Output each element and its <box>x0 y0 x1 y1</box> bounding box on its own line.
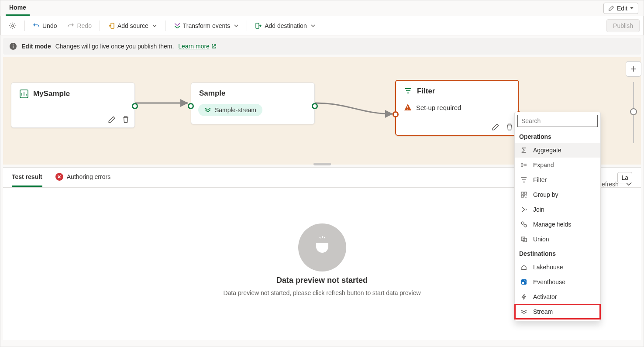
edit-node-button[interactable] <box>490 122 501 132</box>
infobar-title: Edit mode <box>21 43 51 50</box>
stream-icon <box>520 308 528 316</box>
transform-events-button[interactable]: Transform events <box>169 20 243 32</box>
refresh-button[interactable]: efresh <box>602 181 632 188</box>
preview-empty-text: Data preview not started, please click r… <box>223 289 420 296</box>
learn-more-link[interactable]: Learn more <box>178 43 217 50</box>
svg-point-19 <box>522 282 524 284</box>
add-source-label: Add source <box>117 22 148 29</box>
add-source-button[interactable]: Add source <box>103 20 162 32</box>
filter-icon <box>404 87 413 96</box>
add-destination-button[interactable]: Add destination <box>251 20 320 32</box>
menu-item-label: Activator <box>533 293 557 300</box>
expand-icon <box>520 161 528 169</box>
caret-down-icon <box>630 7 634 10</box>
menu-item-aggregate[interactable]: Aggregate <box>515 143 600 158</box>
zoom-slider-thumb[interactable] <box>630 108 637 115</box>
menu-item-label: Expand <box>533 161 554 168</box>
pencil-icon <box>608 5 614 11</box>
port-input[interactable] <box>188 103 194 109</box>
delete-node-button[interactable] <box>121 114 131 125</box>
external-link-icon <box>211 44 217 49</box>
separator <box>24 21 25 31</box>
svg-rect-7 <box>407 106 408 108</box>
svg-rect-12 <box>521 195 523 197</box>
undo-button[interactable]: Undo <box>28 20 61 32</box>
svg-rect-2 <box>256 23 259 28</box>
panel-resize-handle[interactable] <box>313 163 331 165</box>
node-filter[interactable]: Filter Set-up required <box>395 80 519 136</box>
edit-label: Edit <box>617 5 627 12</box>
node-source[interactable]: MySample <box>11 82 135 128</box>
refresh-label: efresh <box>602 181 619 188</box>
port-output[interactable] <box>132 103 138 109</box>
menu-item-label: Lakehouse <box>533 264 563 271</box>
menu-item-groupby[interactable]: Group by <box>515 187 600 202</box>
menu-item-join[interactable]: Join <box>515 202 600 217</box>
publish-button[interactable]: Publish <box>606 19 640 32</box>
plug-illustration <box>298 223 346 271</box>
port-input[interactable] <box>393 111 399 117</box>
chart-icon <box>19 89 29 99</box>
redo-label: Redo <box>77 22 91 29</box>
menu-item-activator[interactable]: Activator <box>515 289 600 304</box>
zoom-controls <box>626 61 641 143</box>
filter-icon <box>520 176 528 184</box>
port-output[interactable] <box>312 103 318 109</box>
redo-button[interactable]: Redo <box>63 20 96 32</box>
plug-icon <box>310 235 334 260</box>
settings-button[interactable] <box>4 19 21 32</box>
chevron-down-icon <box>626 181 632 187</box>
menu-item-label: Join <box>533 206 544 213</box>
node-source-header: MySample <box>11 83 134 105</box>
manage-fields-icon <box>520 220 528 228</box>
menu-item-label: Aggregate <box>533 147 561 154</box>
menu-item-union[interactable]: Union <box>515 232 600 247</box>
transform-events-label: Transform events <box>183 22 230 29</box>
edit-button[interactable]: Edit <box>603 3 638 14</box>
delete-node-button[interactable] <box>504 122 515 132</box>
separator <box>247 21 247 31</box>
zoom-slider[interactable] <box>633 82 634 143</box>
edit-node-button[interactable] <box>107 114 117 125</box>
lakehouse-icon <box>520 263 528 271</box>
menu-item-lakehouse[interactable]: Lakehouse <box>515 260 600 275</box>
stream-chip-label: Sample-stream <box>215 107 256 113</box>
node-filter-status-text: Set-up required <box>416 104 461 111</box>
learn-more-label: Learn more <box>178 43 210 50</box>
add-destination-icon <box>255 22 262 29</box>
node-filter-header: Filter <box>396 81 518 102</box>
separator <box>100 21 100 31</box>
dropdown-search-input[interactable] <box>517 115 598 127</box>
menu-item-managefields[interactable]: Manage fields <box>515 217 600 232</box>
tab-authoring-errors[interactable]: ✕ Authoring errors <box>55 168 110 187</box>
stream-chip[interactable]: Sample-stream <box>198 104 262 116</box>
dropdown-section-operations: Operations <box>515 130 600 143</box>
menu-item-expand[interactable]: Expand <box>515 158 600 172</box>
separator <box>165 21 165 31</box>
stream-icon <box>204 107 211 113</box>
node-sample-title: Sample <box>199 89 225 98</box>
svg-rect-10 <box>521 192 523 194</box>
dropdown-section-destinations: Destinations <box>515 247 600 260</box>
menu-item-eventhouse[interactable]: Eventhouse <box>515 275 600 289</box>
menu-item-label: Union <box>533 236 549 243</box>
chevron-down-icon <box>234 23 239 28</box>
groupby-icon <box>520 191 528 199</box>
tab-test-result[interactable]: Test result <box>12 168 42 187</box>
node-sample[interactable]: Sample Sample-stream <box>191 82 315 124</box>
join-icon <box>520 206 528 213</box>
svg-rect-1 <box>111 23 114 28</box>
add-destination-label: Add destination <box>265 22 307 29</box>
gear-icon <box>9 22 17 30</box>
node-filter-status: Set-up required <box>396 102 518 116</box>
menu-item-stream[interactable]: Stream <box>515 304 600 319</box>
svg-point-4 <box>13 45 14 45</box>
node-source-title: MySample <box>33 89 70 98</box>
menu-item-filter[interactable]: Filter <box>515 172 600 187</box>
svg-point-0 <box>12 24 14 27</box>
node-filter-title: Filter <box>417 87 435 96</box>
add-button[interactable] <box>626 61 641 77</box>
union-icon <box>520 235 528 243</box>
tab-home[interactable]: Home <box>6 0 30 16</box>
tab-authoring-errors-label: Authoring errors <box>67 173 110 180</box>
